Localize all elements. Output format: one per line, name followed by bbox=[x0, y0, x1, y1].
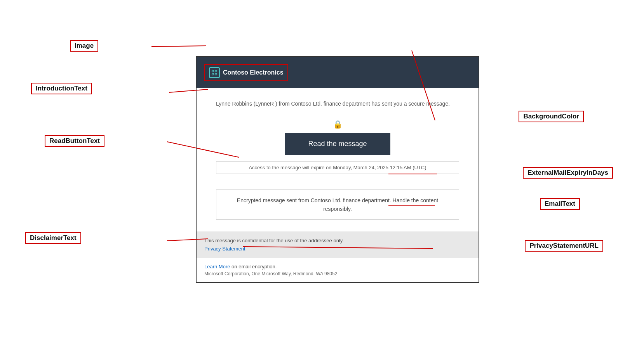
contoso-logo: Contoso Electronics bbox=[209, 67, 284, 78]
read-button-wrapper: Read the message bbox=[216, 133, 459, 155]
expiry-wrapper: Access to the message will expire on Mon… bbox=[216, 161, 459, 182]
email-body-text: Encrypted message sent from Contoso Ltd.… bbox=[216, 189, 459, 220]
learn-more-link[interactable]: Learn More bbox=[204, 264, 230, 269]
lock-icon: 🔒 bbox=[216, 120, 459, 129]
introduction-text: Lynne Robbins (LynneR ) from Contoso Ltd… bbox=[216, 100, 459, 108]
svg-point-11 bbox=[215, 73, 217, 75]
privacy-statement-link[interactable]: Privacy Statement bbox=[204, 246, 245, 252]
footer-bottom: Learn More on email encryption. Microsof… bbox=[197, 258, 479, 282]
introduction-text-annotation-label: IntroductionText bbox=[31, 83, 92, 94]
svg-line-0 bbox=[151, 46, 206, 47]
ms-address: Microsoft Corporation, One Microsoft Way… bbox=[204, 271, 471, 276]
svg-point-8 bbox=[212, 70, 214, 72]
svg-point-10 bbox=[212, 73, 214, 75]
read-message-button[interactable]: Read the message bbox=[285, 133, 390, 155]
read-button-text-annotation-label: ReadButtonText bbox=[45, 135, 104, 147]
contoso-brand-name: Contoso Electronics bbox=[223, 69, 284, 76]
image-annotation-label: Image bbox=[70, 40, 98, 52]
email-text-annotation-label: EmailText bbox=[540, 198, 580, 210]
email-card: Contoso Electronics Lynne Robbins (Lynne… bbox=[196, 56, 479, 283]
privacy-statement-annotation-label: PrivacyStatementURL bbox=[525, 240, 603, 252]
disclaimer-text-annotation-label: DisclaimerText bbox=[25, 232, 81, 244]
contoso-logo-icon bbox=[209, 67, 220, 78]
learn-more-text: Learn More on email encryption. bbox=[204, 264, 471, 269]
email-header: Contoso Electronics bbox=[197, 57, 479, 88]
email-body: Lynne Robbins (LynneR ) from Contoso Ltd… bbox=[197, 88, 479, 232]
background-color-annotation-label: BackgroundColor bbox=[519, 111, 584, 122]
learn-more-suffix: on email encryption. bbox=[230, 264, 277, 269]
disclaimer-text: This message is confidential for the use… bbox=[204, 238, 471, 243]
header-brand-box: Contoso Electronics bbox=[204, 64, 288, 81]
email-footer-disclaimer: This message is confidential for the use… bbox=[197, 231, 479, 258]
expiry-text: Access to the message will expire on Mon… bbox=[216, 161, 459, 174]
svg-point-9 bbox=[215, 70, 217, 72]
page-wrapper: Image IntroductionText ReadButtonText Di… bbox=[0, 0, 644, 339]
external-mail-expiry-annotation-label: ExternalMailExpiryInDays bbox=[523, 167, 613, 179]
